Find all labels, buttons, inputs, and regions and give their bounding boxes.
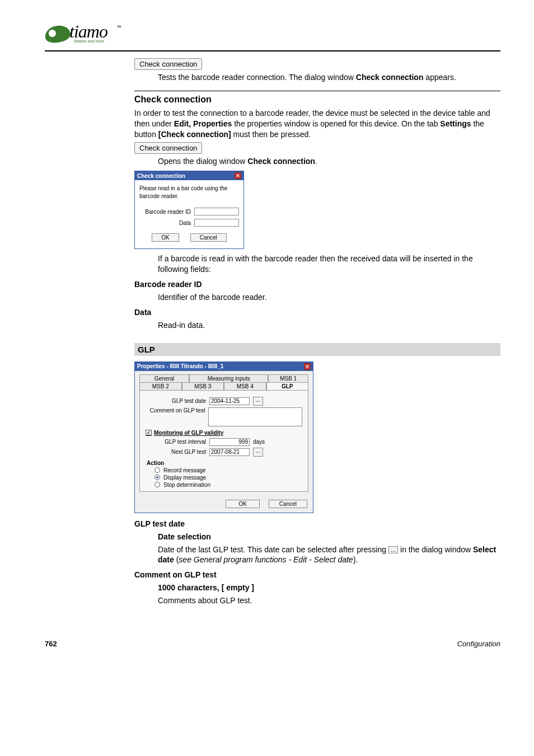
action-stop-determination-radio[interactable] [154, 482, 160, 487]
def-glp-test-date-body: Date of the last GLP test. This date can… [158, 544, 500, 566]
close-icon[interactable]: × [235, 172, 241, 179]
ok-button[interactable]: OK [226, 500, 259, 508]
check-connection-paragraph: In order to test the connection to a bar… [134, 108, 500, 140]
tab-general[interactable]: General [139, 374, 189, 382]
term-barcode-reader-id: Barcode reader ID [134, 279, 500, 290]
next-glp-picker-button[interactable]: ... [253, 448, 263, 457]
term-data: Data [134, 307, 500, 318]
def-date-selection: Date selection [158, 532, 500, 542]
tab-msb3[interactable]: MSB 3 [182, 382, 224, 390]
cancel-button[interactable]: Cancel [190, 233, 227, 242]
action-record-message-label: Record message [163, 467, 206, 473]
tab-measuring-inputs[interactable]: Measuring inputs [189, 374, 268, 382]
after-dialog-text: If a barcode is read in with the barcode… [158, 253, 500, 275]
term-data-desc: Read-in data. [158, 320, 500, 331]
page-number: 762 [45, 640, 57, 648]
glp-test-date-picker-button[interactable]: ... [253, 397, 263, 406]
monitoring-glp-checkbox[interactable]: ✓ [146, 430, 152, 436]
next-glp-label: Next GLP test [146, 449, 206, 455]
check-connection-dialog-title: Check connection [137, 173, 185, 179]
tab-msb2[interactable]: MSB 2 [139, 382, 182, 390]
glp-interval-unit: days [253, 439, 265, 445]
opens-dialog-text: Opens the dialog window Check connection… [158, 156, 500, 167]
divider-1 [134, 91, 500, 91]
def-glp-test-date: GLP test date [134, 519, 500, 529]
data-label: Data [179, 220, 191, 226]
properties-dialog: Properties - 808 Titrando - 808_1 × Gene… [134, 361, 313, 513]
action-display-message-radio[interactable] [154, 475, 160, 480]
check-connection-dialog: Check connection × Please read in a bar … [134, 171, 244, 249]
properties-dialog-title: Properties - 808 Titrando - 808_1 [137, 363, 223, 369]
comment-glp-field[interactable] [208, 407, 302, 426]
data-field[interactable] [194, 219, 239, 227]
cancel-button[interactable]: Cancel [269, 500, 307, 508]
check-connection-button-image-1: Check connection [134, 58, 202, 70]
top-rule [45, 50, 500, 51]
check-connection-button-image-2: Check connection [134, 142, 202, 154]
def-comment-glp: Comment on GLP test [134, 570, 500, 580]
glp-test-date-field[interactable]: 2004-11-25 [209, 397, 250, 405]
comment-glp-label: Comment on GLP test [146, 407, 205, 414]
section-title-check-connection: Check connection [134, 95, 500, 105]
brand-logo-tm: ™ [116, 25, 121, 30]
action-group-title: Action [147, 460, 302, 466]
term-barcode-reader-id-desc: Identifier of the barcode reader. [158, 292, 500, 303]
monitoring-glp-label: Monitoring of GLP validity [154, 430, 223, 436]
action-record-message-radio[interactable] [154, 467, 160, 473]
glp-interval-field[interactable]: 999 [209, 438, 250, 446]
ellipsis-button-icon: ... [388, 546, 398, 553]
barcode-reader-id-label: Barcode reader ID [145, 209, 191, 215]
action-stop-determination-label: Stop determination [163, 482, 210, 488]
action-display-message-label: Display message [163, 475, 206, 481]
next-glp-field[interactable]: 2007-08-21 [209, 448, 250, 456]
glp-interval-label: GLP test interval [146, 439, 206, 445]
brand-logo-sub: titration and more [74, 39, 104, 43]
tab-msb4[interactable]: MSB 4 [224, 382, 266, 390]
tab-glp[interactable]: GLP [266, 382, 309, 390]
check-connection-dialog-msg: Please read in a bar code using the barc… [139, 185, 239, 200]
check-connection-desc-1: Tests the barcode reader connection. The… [158, 72, 500, 83]
footer-section: Configuration [457, 640, 500, 648]
glp-test-date-label: GLP test date [146, 398, 206, 404]
def-comment-glp-desc: Comments about GLP test. [158, 595, 500, 606]
ok-button[interactable]: OK [152, 233, 179, 242]
close-icon[interactable]: × [304, 363, 311, 370]
brand-logo: tiamo ™ titration and more [45, 22, 123, 47]
tab-msb1[interactable]: MSB 1 [268, 374, 308, 382]
def-comment-glp-sub: 1000 characters, [ empty ] [158, 583, 500, 593]
section-band-glp: GLP [134, 343, 500, 356]
barcode-reader-id-field[interactable] [194, 208, 239, 215]
